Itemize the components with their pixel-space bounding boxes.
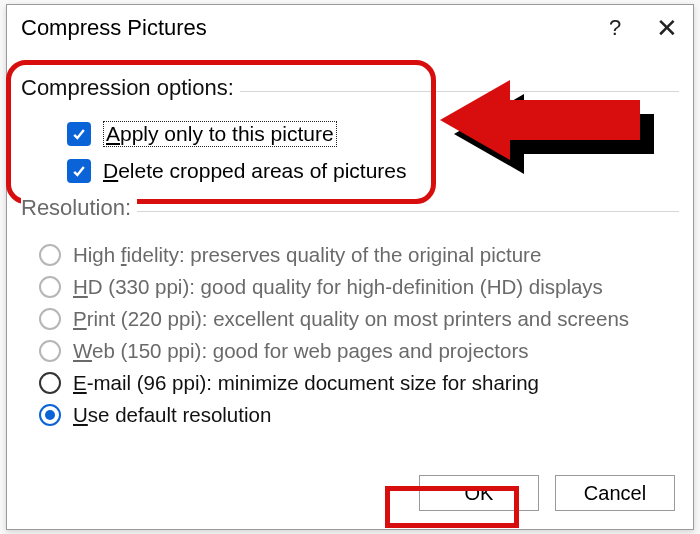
resolution-option-label: Use default resolution [73,403,271,427]
cancel-label: Cancel [584,482,646,505]
ok-button[interactable]: OK [419,475,539,511]
dialog-footer: OK Cancel [419,475,675,511]
compress-pictures-dialog: Compress Pictures ? ✕ Compression option… [6,4,694,530]
resolution-options-body: High fidelity: preserves quality of the … [21,221,679,427]
delete-cropped-label: Delete cropped areas of pictures [103,159,407,183]
resolution-option-web: Web (150 ppi): good for web pages and pr… [39,339,679,363]
resolution-option-label: Web (150 ppi): good for web pages and pr… [73,339,528,363]
help-icon: ? [609,15,621,41]
compression-options-group: Compression options: Apply only to this … [21,75,679,183]
checkbox-checked-icon [67,159,91,183]
apply-only-label: Apply only to this picture [103,121,337,147]
resolution-option-default[interactable]: Use default resolution [39,403,679,427]
ok-label: OK [465,482,494,505]
resolution-group: Resolution: High fidelity: preserves qua… [21,195,679,427]
titlebar: Compress Pictures ? ✕ [7,5,693,51]
resolution-option-email[interactable]: E-mail (96 ppi): minimize document size … [39,371,679,395]
radio-selected-icon [39,404,61,426]
radio-icon [39,308,61,330]
dialog-title: Compress Pictures [21,15,589,41]
checkbox-checked-icon [67,122,91,146]
radio-icon [39,372,61,394]
resolution-option-label: Print (220 ppi): excellent quality on mo… [73,307,629,331]
help-button[interactable]: ? [589,5,641,51]
compression-options-body: Apply only to this picture Delete croppe… [21,101,679,183]
resolution-option-label: HD (330 ppi): good quality for high-defi… [73,275,603,299]
resolution-option-label: High fidelity: preserves quality of the … [73,243,541,267]
compression-options-legend: Compression options: [21,75,240,101]
radio-icon [39,244,61,266]
resolution-option-hd: HD (330 ppi): good quality for high-defi… [39,275,679,299]
close-button[interactable]: ✕ [641,5,693,51]
resolution-option-label: E-mail (96 ppi): minimize document size … [73,371,539,395]
resolution-option-fidelity: High fidelity: preserves quality of the … [39,243,679,267]
resolution-legend: Resolution: [21,195,137,221]
delete-cropped-areas-checkbox-row[interactable]: Delete cropped areas of pictures [67,159,679,183]
resolution-option-print: Print (220 ppi): excellent quality on mo… [39,307,679,331]
apply-only-to-this-picture-checkbox-row[interactable]: Apply only to this picture [67,121,679,147]
radio-icon [39,340,61,362]
radio-icon [39,276,61,298]
close-icon: ✕ [656,13,678,44]
cancel-button[interactable]: Cancel [555,475,675,511]
